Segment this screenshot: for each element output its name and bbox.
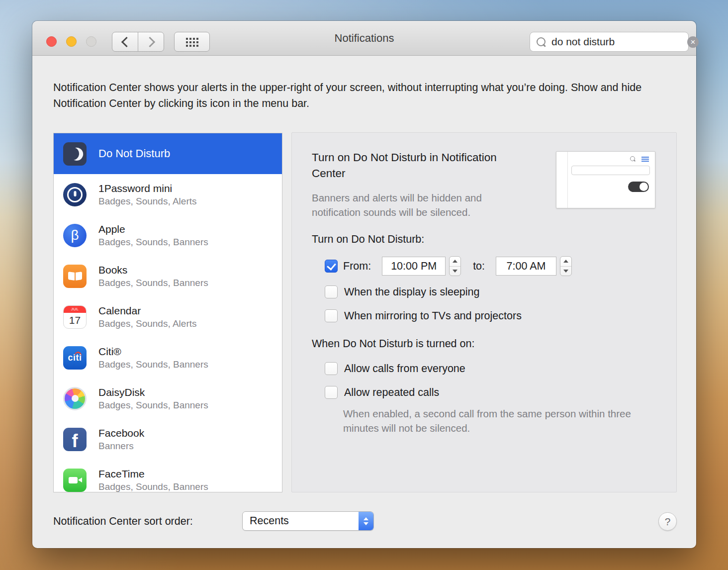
option-display-sleeping: When the display is sleeping bbox=[325, 282, 480, 302]
help-button[interactable]: ? bbox=[658, 512, 677, 531]
zoom-window-button[interactable] bbox=[86, 36, 96, 47]
calls-everyone-checkbox[interactable] bbox=[325, 362, 338, 375]
display-sleeping-label: When the display is sleeping bbox=[344, 286, 480, 298]
sidebar-item-do-not-disturb[interactable]: Do Not Disturb bbox=[54, 133, 282, 174]
app-detail: Badges, Sounds, Banners bbox=[98, 481, 208, 492]
chevron-right-icon bbox=[144, 36, 155, 47]
moon-icon bbox=[571, 182, 582, 192]
show-all-preferences-button[interactable] bbox=[174, 32, 210, 52]
app-name: 1Password mini bbox=[98, 183, 197, 194]
clear-search-icon[interactable]: × bbox=[687, 36, 699, 48]
option-calls-everyone: Allow calls from everyone bbox=[325, 359, 465, 379]
sidebar-item-facetime[interactable]: FaceTime Badges, Sounds, Banners bbox=[54, 460, 282, 492]
to-label: to: bbox=[473, 260, 485, 273]
app-name: Apple bbox=[98, 223, 208, 235]
repeated-calls-label: Allow repeated calls bbox=[344, 386, 439, 399]
nav-history-group bbox=[112, 32, 164, 52]
app-list[interactable]: Do Not Disturb 1Password mini Badges, So… bbox=[53, 133, 282, 492]
app-name: DaisyDisk bbox=[98, 386, 208, 398]
notifications-preferences-window: Notifications × Notification Center show… bbox=[32, 21, 696, 548]
minimize-window-button[interactable] bbox=[66, 36, 77, 47]
forward-button[interactable] bbox=[138, 32, 164, 52]
option-mirroring: When mirroring to TVs and projectors bbox=[325, 306, 522, 326]
titlebar: Notifications × bbox=[32, 21, 696, 56]
divider bbox=[567, 152, 568, 208]
app-detail: Badges, Sounds, Banners bbox=[98, 400, 208, 411]
repeated-calls-checkbox[interactable] bbox=[325, 386, 338, 399]
app-detail: Badges, Sounds, Alerts bbox=[98, 318, 197, 329]
to-time-field[interactable]: 7:00 AM bbox=[496, 257, 556, 276]
dropdown-arrows-icon bbox=[359, 512, 373, 530]
sidebar-item-1password-mini[interactable]: 1Password mini Badges, Sounds, Alerts bbox=[54, 174, 282, 215]
sidebar-item-daisydisk[interactable]: DaisyDisk Badges, Sounds, Banners bbox=[54, 378, 282, 419]
from-label: From: bbox=[343, 260, 371, 273]
app-name: Books bbox=[98, 264, 208, 276]
desktop: Notifications × Notification Center show… bbox=[0, 0, 728, 570]
facetime-icon bbox=[63, 469, 87, 492]
calendar-icon bbox=[63, 305, 87, 329]
do-not-disturb-icon bbox=[63, 142, 87, 166]
intro-text: Notification Center shows your alerts in… bbox=[53, 80, 681, 111]
back-button[interactable] bbox=[112, 32, 138, 52]
app-name: Citi® bbox=[98, 346, 208, 358]
turn-on-label: Turn on Do Not Disturb: bbox=[312, 233, 424, 246]
app-detail: Badges, Sounds, Banners bbox=[98, 278, 208, 288]
app-name: Do Not Disturb bbox=[98, 147, 170, 160]
citi-icon bbox=[63, 346, 87, 370]
mirroring-label: When mirroring to TVs and projectors bbox=[344, 310, 522, 322]
search-input[interactable] bbox=[550, 35, 687, 48]
1password-icon bbox=[63, 183, 87, 206]
when-on-label: When Do Not Disturb is turned on: bbox=[312, 338, 474, 350]
chevron-left-icon bbox=[121, 36, 131, 47]
from-time-field[interactable]: 10:00 PM bbox=[382, 257, 446, 276]
grid-icon bbox=[186, 38, 188, 40]
facebook-icon bbox=[63, 428, 87, 451]
display-sleeping-checkbox[interactable] bbox=[325, 285, 338, 298]
app-detail: Badges, Sounds, Banners bbox=[98, 237, 208, 248]
from-time-stepper[interactable] bbox=[449, 256, 461, 276]
sidebar-item-books[interactable]: Books Badges, Sounds, Banners bbox=[54, 256, 282, 296]
segmented-control bbox=[571, 166, 650, 175]
app-name: Calendar bbox=[98, 305, 197, 317]
toggle-on-icon bbox=[628, 182, 649, 192]
app-detail: Banners bbox=[98, 441, 144, 452]
repeated-calls-note: When enabled, a second call from the sam… bbox=[343, 406, 649, 435]
notification-center-illustration bbox=[556, 151, 655, 208]
list-icon bbox=[641, 157, 649, 162]
sidebar-item-facebook[interactable]: Facebook Banners bbox=[54, 419, 282, 460]
panel-heading: Turn on Do Not Disturb in Notification C… bbox=[312, 150, 503, 182]
daisydisk-icon bbox=[63, 387, 87, 410]
schedule-row: From: 10:00 PM to: 7:00 AM bbox=[325, 256, 572, 276]
sort-order-value: Recents bbox=[243, 515, 359, 527]
app-name: FaceTime bbox=[98, 468, 208, 480]
app-name: Facebook bbox=[98, 427, 144, 439]
option-repeated-calls: Allow repeated calls bbox=[325, 382, 439, 402]
calls-everyone-label: Allow calls from everyone bbox=[344, 363, 465, 375]
app-detail: Badges, Sounds, Alerts bbox=[98, 196, 197, 207]
sort-order-label: Notification Center sort order: bbox=[53, 515, 193, 528]
close-window-button[interactable] bbox=[46, 36, 57, 47]
content-area: Notification Center shows your alerts in… bbox=[32, 56, 696, 548]
panel-subtext: Banners and alerts will be hidden and no… bbox=[312, 190, 513, 219]
app-detail: Badges, Sounds, Banners bbox=[98, 359, 208, 370]
books-icon bbox=[63, 265, 87, 288]
sort-order-select[interactable]: Recents bbox=[242, 511, 374, 531]
sidebar-item-apple[interactable]: Apple Badges, Sounds, Banners bbox=[54, 215, 282, 256]
sidebar-item-citi[interactable]: Citi® Badges, Sounds, Banners bbox=[54, 337, 282, 378]
search-field[interactable]: × bbox=[530, 32, 689, 52]
sidebar-item-calendar[interactable]: Calendar Badges, Sounds, Alerts bbox=[54, 296, 282, 337]
schedule-checkbox[interactable] bbox=[325, 260, 338, 273]
do-not-disturb-settings-panel: Turn on Do Not Disturb in Notification C… bbox=[291, 132, 677, 492]
mirroring-checkbox[interactable] bbox=[325, 309, 338, 322]
apple-beta-icon bbox=[63, 224, 87, 247]
to-time-stepper[interactable] bbox=[560, 256, 572, 276]
search-icon bbox=[537, 37, 546, 46]
search-icon bbox=[630, 156, 635, 161]
